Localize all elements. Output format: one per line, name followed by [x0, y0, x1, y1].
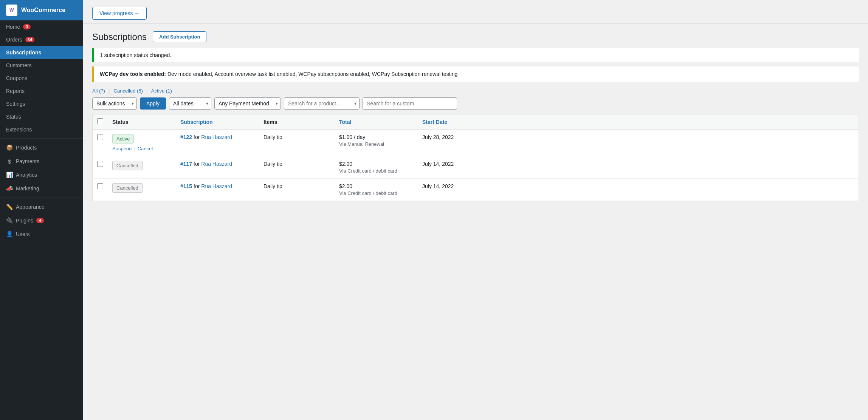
status-badge: Cancelled	[112, 183, 143, 193]
action-suspend[interactable]: Suspend	[112, 146, 132, 151]
plugins-badge: 4	[36, 218, 44, 223]
coupons-label: Coupons	[6, 75, 27, 81]
product-search-chevron-icon: ▾	[354, 101, 356, 106]
payment-method-wrapper: Any Payment Method Credit card Manual Re…	[214, 97, 281, 110]
item-link[interactable]: Daily tip	[264, 183, 282, 189]
page-title-row: Subscriptions Add Subscription	[92, 31, 859, 42]
sidebar-item-status[interactable]: Status	[0, 110, 83, 123]
products-icon: 📦	[6, 144, 13, 151]
th-total[interactable]: Total	[335, 114, 418, 130]
total-method: Via Manual Renewal	[339, 141, 413, 147]
row-status-cell: Cancelled	[108, 179, 176, 201]
customer-link[interactable]: Rua Haszard	[201, 161, 232, 167]
row-items-cell: Daily tip	[259, 179, 335, 201]
row-status-cell: Active Suspend | Cancel	[108, 130, 176, 156]
item-link[interactable]: Daily tip	[264, 134, 282, 140]
sidebar-item-reports[interactable]: Reports	[0, 85, 83, 97]
customer-link[interactable]: Rua Haszard	[201, 134, 232, 140]
item-link[interactable]: Daily tip	[264, 161, 282, 167]
customer-search-input[interactable]	[363, 97, 457, 110]
payment-method-select[interactable]: Any Payment Method Credit card Manual Re…	[214, 97, 281, 110]
add-subscription-button[interactable]: Add Subscription	[153, 31, 206, 42]
dates-select[interactable]: All dates This month Last month This yea…	[169, 97, 211, 110]
table-row: Cancelled #115 for Rua Haszard Daily tip…	[93, 179, 859, 201]
start-date: July 14, 2022	[422, 183, 454, 189]
sidebar-item-coupons[interactable]: Coupons	[0, 72, 83, 85]
product-search-input[interactable]	[284, 97, 360, 110]
home-badge: 3	[23, 24, 31, 29]
sidebar-item-settings[interactable]: Settings	[0, 97, 83, 110]
payments-icon: $	[6, 158, 13, 165]
sidebar-item-users[interactable]: 👤 Users	[0, 227, 83, 241]
filter-active[interactable]: Active (1)	[151, 88, 172, 94]
reports-label: Reports	[6, 88, 25, 94]
appearance-icon: ✏️	[6, 204, 13, 210]
th-subscription[interactable]: Subscription	[176, 114, 259, 130]
total-method: Via Credit card / debit card	[339, 168, 413, 174]
table-header-row: Status Subscription Items Total Start Da…	[93, 114, 859, 130]
start-date: July 28, 2022	[422, 134, 454, 140]
bulk-actions-select[interactable]: Bulk actions Cancel Suspend Reactivate	[92, 97, 137, 110]
sidebar-item-customers[interactable]: Customers	[0, 59, 83, 72]
row-checkbox[interactable]	[97, 134, 103, 140]
sidebar-item-subscriptions[interactable]: Subscriptions	[0, 46, 83, 59]
notice-success: 1 subscription status changed.	[92, 48, 859, 62]
customer-link[interactable]: Rua Haszard	[201, 183, 232, 189]
filter-all[interactable]: All (7)	[92, 88, 105, 94]
status-badge: Cancelled	[112, 161, 143, 170]
filter-cancelled[interactable]: Cancelled (6)	[114, 88, 143, 94]
total-amount: $2.00	[339, 161, 413, 167]
subscription-for: for	[194, 183, 201, 189]
sidebar-item-products[interactable]: 📦 Products	[0, 141, 83, 154]
table-row: Active Suspend | Cancel #122 for Rua Has…	[93, 130, 859, 156]
sidebar-header: W WooCommerce	[0, 0, 83, 20]
payments-label: Payments	[16, 158, 39, 164]
row-total-cell: $1.00 / day Via Manual Renewal	[335, 130, 418, 156]
th-checkbox	[93, 114, 108, 130]
sidebar-item-marketing[interactable]: 📣 Marketing	[0, 182, 83, 195]
subscription-link[interactable]: #117	[180, 161, 192, 167]
subscription-for: for	[194, 161, 201, 167]
total-amount: $2.00	[339, 183, 413, 189]
add-subscription-label: Add Subscription	[159, 34, 200, 40]
sidebar-item-orders[interactable]: Orders 34	[0, 33, 83, 46]
row-subscription-cell: #122 for Rua Haszard	[176, 130, 259, 156]
row-checkbox-cell	[93, 130, 108, 156]
page-title: Subscriptions	[92, 32, 147, 42]
users-label: Users	[16, 231, 30, 237]
start-date: July 14, 2022	[422, 161, 454, 167]
total-method: Via Credit card / debit card	[339, 190, 413, 196]
view-progress-label: View progress →	[99, 10, 140, 16]
row-action-links: Suspend | Cancel	[112, 146, 171, 151]
row-checkbox[interactable]	[97, 161, 103, 167]
sidebar: W WooCommerce Home 3 Orders 34 Subscript…	[0, 0, 83, 420]
sidebar-item-extensions[interactable]: Extensions	[0, 123, 83, 136]
sidebar-item-home[interactable]: Home 3	[0, 20, 83, 33]
woo-logo-icon: W	[6, 5, 17, 16]
row-checkbox-cell	[93, 156, 108, 179]
top-bar: View progress →	[83, 0, 868, 24]
sidebar-item-plugins[interactable]: 🔌 Plugins 4	[0, 214, 83, 227]
th-items: Items	[259, 114, 335, 130]
subscription-link[interactable]: #122	[180, 134, 192, 140]
th-start-date[interactable]: Start Date	[418, 114, 859, 130]
subscriptions-label: Subscriptions	[6, 49, 41, 56]
view-progress-button[interactable]: View progress →	[92, 7, 147, 20]
sidebar-item-analytics[interactable]: 📊 Analytics	[0, 168, 83, 182]
marketing-icon: 📣	[6, 185, 13, 192]
row-items-cell: Daily tip	[259, 130, 335, 156]
users-icon: 👤	[6, 231, 13, 238]
row-subscription-cell: #117 for Rua Haszard	[176, 156, 259, 179]
bulk-actions-wrapper: Bulk actions Cancel Suspend Reactivate ▾	[92, 97, 137, 110]
row-total-cell: $2.00 Via Credit card / debit card	[335, 156, 418, 179]
action-cancel[interactable]: Cancel	[138, 146, 153, 151]
plugins-label: Plugins	[16, 218, 33, 224]
sidebar-item-payments[interactable]: $ Payments	[0, 154, 83, 168]
select-all-checkbox[interactable]	[97, 118, 103, 124]
brand-name: WooCommerce	[21, 7, 65, 14]
subscription-link[interactable]: #115	[180, 183, 192, 189]
sidebar-item-appearance[interactable]: ✏️ Appearance	[0, 200, 83, 214]
row-checkbox[interactable]	[97, 183, 103, 189]
dates-wrapper: All dates This month Last month This yea…	[169, 97, 211, 110]
apply-button[interactable]: Apply	[140, 97, 166, 110]
